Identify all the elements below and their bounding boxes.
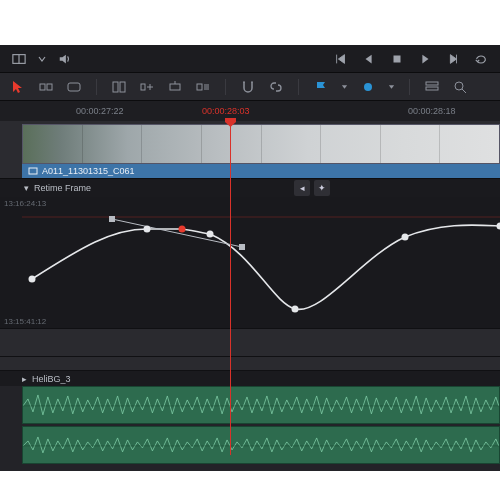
retime-curve-header[interactable]: ▾ Retime Frame — [0, 179, 500, 197]
svg-rect-15 — [426, 82, 438, 85]
timeline-ruler[interactable]: 00:00:27:22 00:00:28:03 00:00:28:18 — [0, 101, 500, 121]
replace-clip-icon[interactable] — [195, 79, 211, 95]
timeline-view-options-icon[interactable] — [424, 79, 440, 95]
ruler-timecode: 00:00:28:18 — [408, 106, 456, 116]
overwrite-clip-icon[interactable] — [167, 79, 183, 95]
video-track[interactable]: A011_11301315_C061 — [0, 121, 500, 179]
selection-tool-icon[interactable] — [10, 79, 26, 95]
svg-line-21 — [112, 219, 242, 247]
svg-point-27 — [292, 306, 299, 313]
svg-rect-8 — [141, 84, 145, 90]
blade-tool-icon[interactable] — [111, 79, 127, 95]
stop-icon[interactable] — [390, 52, 404, 66]
chevron-right-icon: ▸ — [22, 374, 27, 384]
svg-point-28 — [402, 234, 409, 241]
waveform-icon — [23, 387, 499, 424]
dynamic-trim-tool-icon[interactable] — [66, 79, 82, 95]
svg-line-18 — [462, 89, 466, 93]
svg-rect-22 — [109, 216, 115, 222]
step-back-icon[interactable] — [362, 52, 376, 66]
track-gap — [0, 357, 500, 371]
svg-point-26 — [207, 231, 214, 238]
viewer-layout-icon[interactable] — [12, 52, 26, 66]
svg-point-25 — [144, 226, 151, 233]
video-clip[interactable] — [22, 124, 500, 164]
svg-rect-16 — [426, 87, 438, 90]
curve-label: Retime Frame — [34, 183, 91, 193]
svg-point-24 — [29, 276, 36, 283]
svg-rect-4 — [47, 84, 52, 90]
svg-point-14 — [364, 83, 372, 91]
viewer-playback-bar — [0, 45, 500, 73]
audio-clip-name: HeliBG_3 — [32, 374, 71, 384]
waveform-icon — [23, 427, 499, 464]
trim-edit-tool-icon[interactable] — [38, 79, 54, 95]
audio-clip-header[interactable]: ▸ HeliBG_3 — [0, 371, 500, 386]
keyframe-mode-button[interactable]: ✦ — [314, 180, 330, 196]
chevron-down-icon[interactable] — [38, 52, 46, 66]
edit-tool-row — [0, 73, 500, 101]
clip-media-icon — [28, 166, 38, 176]
jump-to-start-icon[interactable] — [334, 52, 348, 66]
zoom-slider-icon[interactable] — [452, 79, 468, 95]
audio-track-right[interactable] — [22, 426, 500, 464]
step-forward-icon[interactable] — [446, 52, 460, 66]
marker-icon[interactable] — [360, 79, 376, 95]
svg-rect-23 — [239, 244, 245, 250]
snap-magnet-icon[interactable] — [240, 79, 256, 95]
svg-rect-3 — [40, 84, 45, 90]
track-gap — [0, 329, 500, 357]
retime-curve[interactable] — [22, 197, 500, 329]
speaker-icon[interactable] — [58, 52, 72, 66]
loop-icon[interactable] — [474, 52, 488, 66]
audio-track-left[interactable] — [22, 386, 500, 424]
svg-rect-9 — [170, 84, 180, 90]
svg-point-29 — [497, 223, 501, 230]
play-icon[interactable] — [418, 52, 432, 66]
svg-point-17 — [455, 82, 463, 90]
svg-rect-10 — [197, 84, 202, 90]
ruler-timecode: 00:00:27:22 — [76, 106, 124, 116]
marker-dropdown-icon[interactable] — [388, 79, 395, 95]
clip-title-bar[interactable]: A011_11301315_C061 — [22, 164, 500, 178]
svg-rect-5 — [68, 83, 80, 91]
ruler-current-timecode: 00:00:28:03 — [202, 106, 250, 116]
flag-dropdown-icon[interactable] — [341, 79, 348, 95]
svg-rect-2 — [394, 55, 401, 62]
chevron-down-icon: ▾ — [24, 183, 29, 193]
svg-rect-7 — [120, 82, 125, 92]
selected-keyframe[interactable] — [179, 226, 186, 233]
svg-rect-6 — [113, 82, 118, 92]
audio-section: ▸ HeliBG_3 — [0, 371, 500, 471]
keyframe-prev-button[interactable]: ◂ — [294, 180, 310, 196]
flag-icon[interactable] — [313, 79, 329, 95]
retime-curve-area[interactable]: 13:16:24:13 13:15:41:12 — [0, 197, 500, 328]
link-icon[interactable] — [268, 79, 284, 95]
svg-rect-19 — [29, 168, 37, 174]
svg-rect-11 — [204, 84, 209, 90]
retime-curve-panel: ▾ Retime Frame ◂ ✦ 13:16:24:13 13:15:41:… — [0, 179, 500, 329]
insert-clip-icon[interactable] — [139, 79, 155, 95]
clip-name-label: A011_11301315_C061 — [42, 166, 135, 176]
